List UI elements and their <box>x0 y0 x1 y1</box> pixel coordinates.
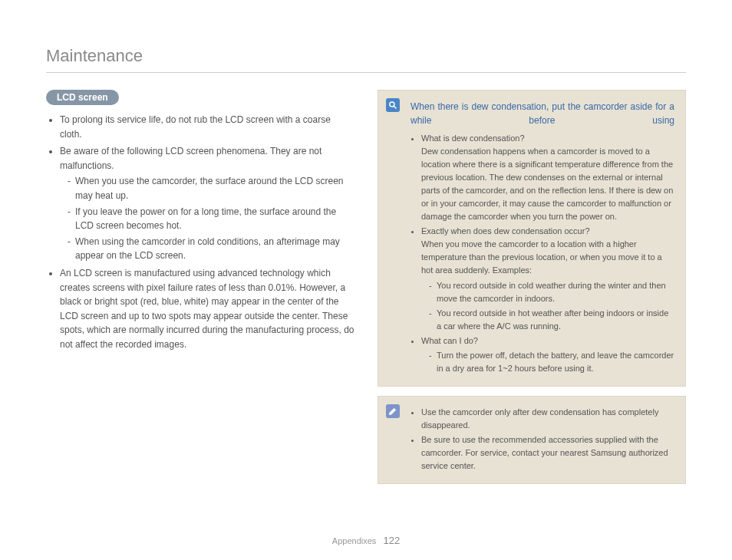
list-item: An LCD screen is manufactured using adva… <box>60 266 354 352</box>
question-label: What is dew condensation? <box>421 133 525 143</box>
list-item: If you leave the power on for a long tim… <box>68 205 354 233</box>
question-label: Exactly when does dew condensation occur… <box>421 226 590 236</box>
dew-condensation-callout: When there is dew condensation, put the … <box>378 90 686 387</box>
sub-list: You record outside in cold weather durin… <box>421 279 674 333</box>
section-label-lcd-screen: LCD screen <box>46 90 119 105</box>
list-item: You record outside in hot weather after … <box>429 307 674 333</box>
page-number: 122 <box>383 535 400 546</box>
right-column: When there is dew condensation, put the … <box>378 90 686 493</box>
footer-section: Appendixes <box>332 536 377 545</box>
answer-text: When you move the camcorder to a locatio… <box>421 238 674 277</box>
page-footer: Appendixes 122 <box>0 535 732 546</box>
pencil-note-icon <box>386 404 400 418</box>
list-item: Be aware of the following LCD screen phe… <box>60 144 354 263</box>
callout-list: What is dew condensation? Dew condensati… <box>411 132 674 375</box>
list-item: What is dew condensation? Dew condensati… <box>421 132 674 223</box>
list-item: Use the camcorder only after dew condens… <box>421 406 674 432</box>
list-item: When you use the camcorder, the surface … <box>68 174 354 203</box>
answer-text: Dew condensation happens when a camcorde… <box>421 145 674 223</box>
left-column: LCD screen To prolong its service life, … <box>46 90 354 493</box>
note-callout: Use the camcorder only after dew condens… <box>378 396 686 484</box>
lcd-screen-list: To prolong its service life, do not rub … <box>46 113 354 352</box>
two-column-layout: LCD screen To prolong its service life, … <box>46 90 686 493</box>
list-item: Exactly when does dew condensation occur… <box>421 225 674 332</box>
svg-line-1 <box>394 107 397 109</box>
svg-point-0 <box>390 102 394 107</box>
list-item: Be sure to use the recommended accessori… <box>421 433 674 473</box>
list-item: What can I do? Turn the power off, detac… <box>421 334 674 375</box>
sub-list: Turn the power off, detach the battery, … <box>421 349 674 375</box>
list-item: Turn the power off, detach the battery, … <box>429 349 674 375</box>
callout-title: When there is dew condensation, put the … <box>411 100 674 127</box>
page-title: Maintenance <box>46 46 686 73</box>
list-item: When using the camcorder in cold conditi… <box>68 235 354 263</box>
sub-list: When you use the camcorder, the surface … <box>60 174 354 263</box>
question-label: What can I do? <box>421 336 478 345</box>
list-item: To prolong its service life, do not rub … <box>60 113 354 141</box>
list-item-text: Be aware of the following LCD screen phe… <box>60 146 321 171</box>
note-list: Use the camcorder only after dew condens… <box>411 406 674 473</box>
magnifier-icon <box>386 98 400 112</box>
list-item: You record outside in cold weather durin… <box>429 279 674 305</box>
